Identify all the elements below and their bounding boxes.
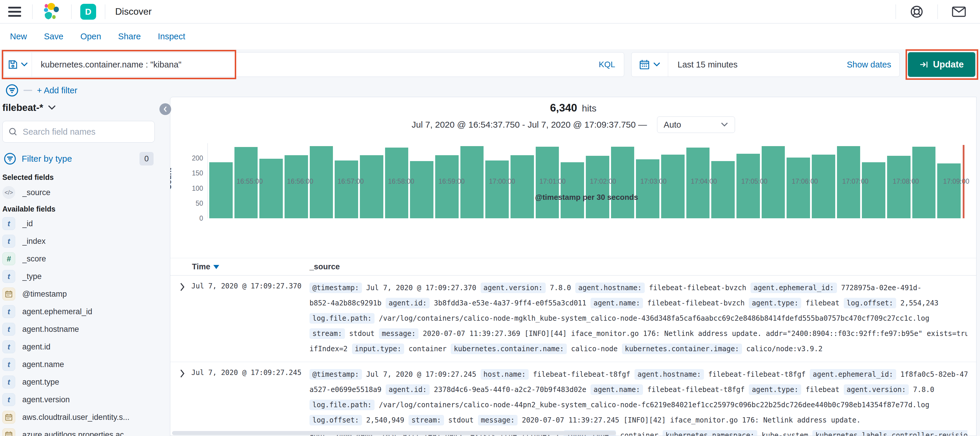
available-fields-heading: Available fields: [2, 205, 56, 213]
histogram-bar-17:04:30[interactable]: [711, 161, 735, 218]
search-icon: [8, 127, 18, 137]
field-name: _id: [22, 219, 33, 228]
refresh-icon: [920, 60, 929, 69]
field-item-agent.ephemeral_id[interactable]: tagent.ephemeral_id: [2, 303, 161, 320]
x-axis-tick-17:02:00: 17:02:00: [590, 177, 616, 185]
field-key-badge: message:: [379, 328, 419, 339]
time-range-label[interactable]: Last 15 minutes: [668, 60, 738, 70]
field-key-badge: kubernetes.container.image:: [622, 343, 742, 354]
field-item-agent.type[interactable]: tagent.type: [2, 373, 161, 391]
field-item-agent.name[interactable]: tagent.name: [2, 356, 161, 373]
update-button[interactable]: Update: [908, 52, 975, 77]
field-key-badge: kubernetes.labels.controller-revision-: [812, 430, 967, 436]
field-key-badge: stream:: [409, 415, 444, 425]
collapse-sidebar-button[interactable]: [159, 103, 171, 115]
save-query-button[interactable]: [4, 53, 32, 77]
histogram-bar-17:01:30[interactable]: [561, 162, 584, 218]
show-dates-link[interactable]: Show dates: [846, 60, 899, 70]
filter-icon: [3, 152, 16, 165]
field-key-badge: log.offset:: [844, 298, 896, 308]
horizontal-scrollbar[interactable]: [172, 431, 616, 435]
field-item-agent.hostname[interactable]: tagent.hostname: [2, 320, 161, 338]
histogram-bar-17:06:00[interactable]: [787, 158, 810, 218]
histogram-bar-17:00:00[interactable]: [485, 160, 509, 218]
field-name: agent.name: [22, 360, 64, 369]
nav-link-open[interactable]: Open: [80, 32, 101, 42]
expand-row-icon[interactable]: [179, 283, 186, 291]
space-badge[interactable]: D: [80, 4, 96, 20]
histogram-bar-17:03:30[interactable]: [661, 155, 685, 218]
string-field-icon: t: [2, 340, 15, 353]
y-axis-tick-200: 200: [192, 154, 203, 162]
time-column-header[interactable]: Time: [192, 262, 219, 272]
chart-subtitle-line: Jul 7, 2020 @ 16:54:37.750 - Jul 7, 2020…: [170, 117, 976, 133]
field-item-_type[interactable]: t_type: [2, 268, 161, 285]
field-name: agent.hostname: [22, 325, 79, 334]
date-field-icon: [2, 428, 15, 436]
date-picker-calendar-button[interactable]: [632, 53, 668, 77]
histogram-bar-16:56:00[interactable]: [285, 155, 308, 218]
field-name: agent.id: [22, 342, 50, 351]
histogram-bar-16:55:30[interactable]: [259, 159, 283, 218]
field-item-_index[interactable]: t_index: [2, 232, 161, 250]
newsfeed-icon[interactable]: [938, 6, 980, 18]
field-item-@timestamp[interactable]: @timestamp: [2, 285, 161, 303]
field-key-badge: kubernetes.container.name:: [451, 343, 567, 354]
histogram-bar-17:00:30[interactable]: [511, 155, 534, 218]
source-line: log.file.path: /var/log/containers/calic…: [309, 311, 967, 326]
string-field-icon: t: [2, 305, 15, 318]
histogram-bar-16:57:30[interactable]: [360, 155, 383, 218]
filter-bar: + Add filter: [0, 83, 77, 97]
top-navigation-bar: D Discover: [0, 0, 980, 24]
x-axis-tick-17:00:00: 17:00:00: [489, 177, 515, 185]
filter-by-type-link[interactable]: Filter by type: [22, 154, 72, 164]
expand-row-icon[interactable]: [179, 369, 186, 378]
calendar-icon: [639, 59, 650, 70]
histogram-bar-17:06:30[interactable]: [812, 155, 835, 218]
field-item-_source[interactable]: </>_source: [2, 184, 161, 201]
field-item-agent.id[interactable]: tagent.id: [2, 338, 161, 356]
field-item-azure.auditlogs.properties.ac...[interactable]: azure.auditlogs.properties.ac...: [2, 426, 161, 436]
histogram-bar-17:03:00[interactable]: [636, 159, 659, 218]
field-search-input[interactable]: [23, 127, 149, 137]
field-key-badge: agent.name:: [590, 298, 643, 308]
field-item-_score[interactable]: #_score: [2, 250, 161, 268]
discover-toolbar: NewSaveOpenShareInspect: [0, 24, 980, 49]
add-filter-link[interactable]: + Add filter: [37, 86, 77, 95]
histogram-bar-17:02:00[interactable]: [586, 156, 609, 218]
elastic-logo[interactable]: [33, 2, 71, 21]
date-picker: Last 15 minutes Show dates: [631, 52, 900, 77]
histogram-bar-17:07:30[interactable]: [862, 162, 885, 218]
histogram-bar-16:57:00[interactable]: [335, 160, 358, 218]
help-icon[interactable]: [896, 5, 937, 19]
field-name: _type: [22, 272, 41, 281]
interval-select[interactable]: Auto: [657, 117, 735, 133]
nav-link-inspect[interactable]: Inspect: [158, 32, 185, 42]
nav-link-new[interactable]: New: [10, 32, 27, 42]
x-axis-tick-16:55:00: 16:55:00: [237, 177, 263, 185]
histogram-bar-17:09:00[interactable]: [937, 163, 961, 218]
query-input[interactable]: kubernetes.container.name : "kibana": [32, 60, 590, 70]
field-name: agent.ephemeral_id: [22, 307, 92, 316]
string-field-icon: t: [2, 323, 15, 335]
nav-link-save[interactable]: Save: [44, 32, 63, 42]
field-name: _score: [22, 254, 46, 264]
index-pattern-selector[interactable]: filebeat-*: [2, 102, 56, 113]
kql-button[interactable]: KQL: [590, 60, 624, 69]
histogram-bar-16:59:00[interactable]: [435, 155, 459, 218]
field-key-badge: agent.version:: [480, 283, 546, 293]
field-key-badge: agent.version:: [844, 384, 909, 395]
field-key-badge: kubernetes.namespace:: [663, 430, 757, 436]
field-item-_id[interactable]: t_id: [2, 215, 161, 232]
histogram-bar-16:54:30[interactable]: [209, 162, 233, 218]
histogram-bar-16:58:30[interactable]: [410, 161, 433, 218]
field-item-aws.cloudtrail.user_identity.s...[interactable]: aws.cloudtrail.user_identity.s...: [2, 409, 161, 426]
field-item-agent.version[interactable]: tagent.version: [2, 391, 161, 409]
filter-settings-icon[interactable]: [5, 84, 19, 97]
menu-icon[interactable]: [8, 7, 21, 17]
x-axis-tick-17:03:00: 17:03:00: [640, 177, 667, 185]
y-axis-tick-50: 50: [196, 199, 203, 207]
x-axis-title: @timestamp per 30 seconds: [208, 193, 965, 202]
nav-link-share[interactable]: Share: [118, 32, 141, 42]
histogram-bar-17:08:00[interactable]: [887, 156, 910, 218]
